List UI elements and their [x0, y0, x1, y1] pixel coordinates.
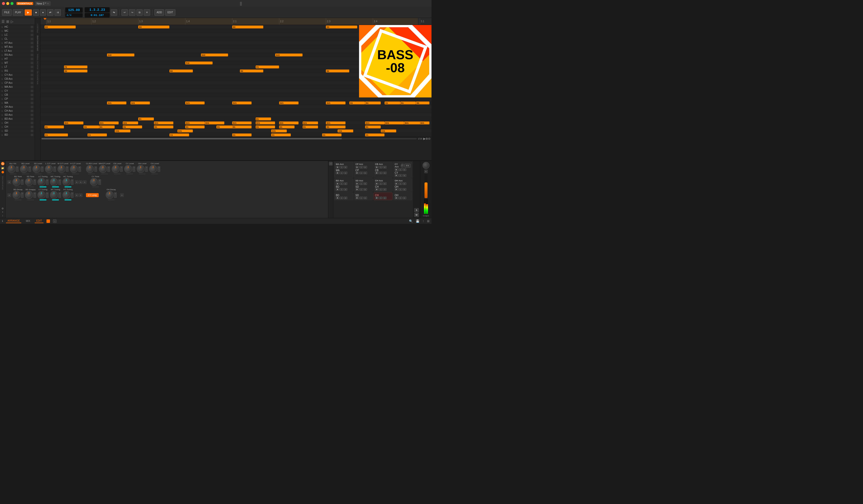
note-g1-ma-9[interactable]: G1 — [385, 101, 400, 104]
cp-acc-s-btn[interactable]: S — [360, 166, 363, 168]
track-item-cy[interactable]: 1CY — [0, 89, 35, 93]
ch-final-m-btn[interactable]: M — [383, 197, 387, 199]
track-row-bd[interactable]: C1 C1 C1 C1 C1 C1 C1 — [40, 133, 432, 137]
play-label-button[interactable]: PLAY — [13, 9, 24, 16]
scroll-right-icon[interactable]: ▶ — [423, 137, 425, 140]
note-ch1-sd-1[interactable]: C#1 — [115, 129, 130, 133]
note-dh1-oh-5[interactable]: D#1 — [185, 122, 205, 124]
oh-s-btn[interactable]: S — [399, 188, 402, 191]
search-icon[interactable]: 🔍 — [409, 219, 413, 223]
track-item-ht[interactable]: 1HT — [0, 57, 35, 61]
note-dh1-oh-11[interactable]: D#1 — [326, 122, 345, 124]
note-d1-ch-1[interactable]: D1 — [45, 125, 64, 128]
note-d3-hc-2[interactable]: D3 — [138, 25, 170, 28]
bd-tone-plus[interactable]: + — [21, 179, 24, 182]
piano-icon[interactable]: ♪ — [53, 219, 57, 223]
track-item-mc[interactable]: 1MC — [0, 29, 35, 33]
scrollbar-track[interactable] — [41, 138, 417, 139]
arrow-icon-bottom[interactable]: ↕ — [2, 214, 3, 217]
note-ch1-sd-4[interactable]: C#1 — [338, 129, 353, 133]
note-dh1-oh-1[interactable]: D#1 — [64, 122, 84, 124]
h-scrollbar[interactable]: 1/16 ▶ ⊕ ⊖ — [40, 137, 432, 140]
note-dh1-oh-2[interactable]: D#1 — [99, 122, 119, 124]
note-gh2-rs-3[interactable]: G#2 — [275, 53, 303, 56]
add-row2-b2[interactable]: + — [79, 180, 83, 184]
note-c1-bd-3[interactable]: C1 — [170, 134, 189, 136]
ht-tuning-knob[interactable] — [62, 191, 71, 199]
note-c1-bd-2[interactable]: C1 — [87, 134, 107, 136]
note-dh1-oh-15[interactable]: D#1 — [420, 122, 429, 124]
sd-snappy-plus[interactable]: + — [34, 192, 36, 195]
cy-level-plus[interactable]: + — [133, 166, 135, 169]
sd-s-btn[interactable]: S — [360, 188, 363, 191]
note-dh1-oh-4[interactable]: D#1 — [154, 122, 173, 124]
oh-acc-s-btn[interactable]: S — [399, 182, 402, 185]
cb-acc-play-btn[interactable]: ▶ — [375, 166, 378, 168]
track-item-rs-acc[interactable]: 1RS Acc — [0, 53, 35, 57]
acc-vol-knob[interactable] — [8, 165, 15, 173]
add-row2-b1[interactable]: + — [75, 180, 78, 184]
cy-long-button[interactable]: CY Long — [86, 193, 99, 197]
acc-vol-minus[interactable]: - — [16, 169, 18, 172]
note-g1-ma-8[interactable]: G1 — [365, 101, 381, 104]
mc-tuning-minus[interactable]: - — [59, 182, 61, 185]
ch-s-btn[interactable]: S — [379, 188, 383, 191]
note-gh1-ma-1[interactable]: G#1 — [107, 101, 126, 104]
cb-m-btn[interactable]: M — [383, 172, 387, 174]
track-row-bd-acc[interactable]: E1 E1 — [40, 117, 432, 121]
ch-level-plus[interactable]: + — [158, 166, 160, 169]
cy-tone-minus[interactable]: - — [98, 182, 101, 185]
loop-button[interactable]: ⇄ — [47, 9, 53, 16]
mc-tuning-plus[interactable]: + — [59, 179, 61, 182]
track-item-cy-acc[interactable]: 1CY Acc — [0, 73, 35, 77]
track-item-sd-acc[interactable]: 1SD Acc — [0, 113, 35, 117]
bd-play-btn[interactable]: ▶ — [336, 188, 339, 191]
track-item-hc[interactable]: 1HC — [0, 25, 35, 29]
sd-acc-m-btn[interactable]: M — [364, 182, 367, 185]
sd-level-plus[interactable]: + — [41, 166, 43, 169]
note-dh1-oh-6[interactable]: D#1 — [205, 122, 224, 124]
arrange-content[interactable]: 1.1 1.2 1.3 1.4 2.1 2.2 2.3 2.4 3.1 — [40, 18, 432, 161]
cy-play-btn[interactable]: ▶ — [395, 174, 398, 177]
track-item-ma[interactable]: 1MA — [0, 101, 35, 105]
master-knob[interactable] — [423, 162, 429, 169]
ma-play-btn[interactable]: ▶ — [336, 172, 339, 174]
ht-tuning-minus[interactable]: - — [71, 195, 73, 198]
sd-snappy-knob[interactable] — [25, 191, 33, 199]
mct-level-knob[interactable] — [58, 165, 65, 173]
mct-level-minus[interactable]: - — [66, 169, 68, 172]
cy-m-btn[interactable]: M — [403, 174, 406, 177]
track-item-cb[interactable]: 1CB — [0, 93, 35, 97]
note-gh1-ma-5[interactable]: G#1 — [279, 101, 299, 104]
bd-level-knob[interactable] — [20, 165, 28, 173]
note-d1-ch-9[interactable]: D1 — [255, 125, 275, 128]
copy-button[interactable]: ⧉ — [136, 9, 143, 16]
step-seq-icon[interactable] — [329, 162, 333, 165]
cy-tone-plus[interactable]: + — [98, 179, 101, 182]
cy-acc-play-btn[interactable]: ▶ — [395, 168, 398, 171]
note-fh2-mt[interactable]: F#2 — [185, 62, 213, 64]
track-item-lc[interactable]: 1LC — [0, 33, 35, 37]
bd-tone-minus[interactable]: - — [21, 182, 24, 185]
lct-level-knob[interactable] — [45, 165, 53, 173]
bd-level-minus[interactable]: - — [28, 169, 31, 172]
lc-tuning-plus[interactable]: + — [46, 179, 49, 182]
lct-level-plus[interactable]: + — [53, 166, 56, 169]
macp-level-knob[interactable] — [99, 165, 107, 173]
sd-final-s-btn[interactable]: S — [360, 197, 363, 199]
add-row3-b2[interactable]: + — [79, 193, 83, 197]
track-item-ma-acc[interactable]: 1MA Acc — [0, 85, 35, 89]
note-f2-lt-1[interactable]: F2 — [64, 65, 87, 68]
note-c1-bd-1[interactable]: C1 — [45, 134, 68, 136]
note-gh2-rs-2[interactable]: G#2 — [201, 53, 228, 56]
note-g1-ma-7[interactable]: G1 — [349, 101, 365, 104]
cb-acc-s-btn[interactable]: S — [379, 166, 383, 168]
track-item-mt-acc[interactable]: 1MT Acc — [0, 45, 35, 49]
bd-acc-s-btn[interactable]: S — [340, 182, 343, 185]
sd-final-m-btn[interactable]: M — [364, 197, 367, 199]
close-button[interactable] — [2, 2, 5, 5]
maximize-button[interactable] — [11, 2, 13, 5]
minimize-button[interactable] — [6, 2, 9, 5]
track-item-bd[interactable]: 1BD — [0, 133, 35, 137]
note-e2-rs-1[interactable]: E2 — [64, 70, 87, 73]
